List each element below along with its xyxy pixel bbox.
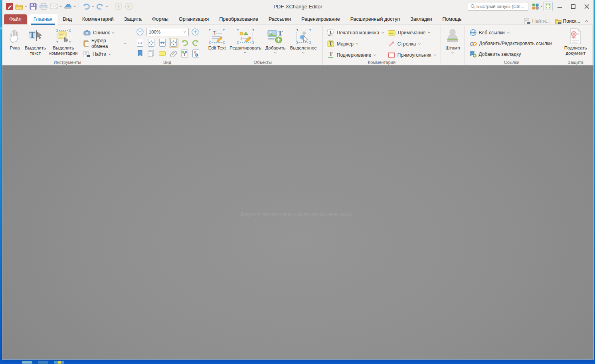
highlight-button[interactable]: T Маркер	[326, 40, 387, 47]
tab-view[interactable]: Вид	[57, 14, 77, 24]
group-protection: Подписать документ Защита	[559, 26, 593, 65]
snapshot-button[interactable]: Снимок	[82, 27, 128, 38]
tab-bar-right: Найти... Поиск...	[524, 18, 592, 24]
tab-organize[interactable]: Организация	[174, 14, 214, 24]
tab-convert[interactable]: Преобразование	[214, 14, 263, 24]
stamp-icon	[445, 28, 460, 45]
fullscreen-button[interactable]	[543, 2, 553, 11]
stamp-button[interactable]: Штамп	[444, 27, 461, 55]
close-button[interactable]	[580, 1, 593, 12]
app-window: PDF-XChange Editor Файл	[2, 0, 594, 360]
stamp-dropdown-icon	[451, 51, 454, 53]
back-button[interactable]	[114, 2, 123, 11]
find-button[interactable]: Найти...	[524, 18, 550, 24]
content-panel-button[interactable]: T	[180, 49, 190, 58]
note-button[interactable]: Примечание	[387, 30, 442, 36]
add-edit-links-button[interactable]: Добавить/Редактировать ссылки	[468, 38, 553, 49]
properties-panel-button[interactable]	[191, 49, 201, 58]
selected-objects-button[interactable]: Выделенное	[288, 27, 319, 55]
actual-size-button[interactable]: 1:1	[135, 38, 145, 47]
zoom-out-button[interactable]	[135, 27, 145, 37]
open-button[interactable]	[14, 2, 24, 11]
bookmark-icon	[138, 50, 142, 57]
quick-launch-input[interactable]	[476, 4, 526, 9]
forward-button[interactable]	[124, 2, 134, 11]
web-links-button[interactable]: Веб-ссылки	[468, 27, 553, 38]
fit-width-button[interactable]	[158, 38, 167, 47]
customize-toolbars-button[interactable]	[531, 2, 540, 11]
group-label-protection: Защита	[559, 60, 592, 65]
select-text-button[interactable]: T Выделить текст	[23, 27, 47, 57]
app-icon[interactable]	[5, 2, 14, 11]
tab-comment[interactable]: Комментарий	[77, 14, 119, 24]
thumbnails-panel-button[interactable]	[146, 49, 156, 58]
tab-accessibility[interactable]: Расширенный доступ	[345, 14, 405, 24]
rectangle-tool-button[interactable]: Прямоугольник	[387, 52, 442, 58]
edit-objects-button[interactable]: T Редактировать	[228, 27, 263, 55]
edit-text-button[interactable]: T Edit Text	[206, 27, 228, 51]
note-dropdown-icon	[428, 31, 430, 34]
zoom-in-button[interactable]	[190, 27, 200, 37]
open-dropdown-icon[interactable]	[25, 5, 27, 7]
quick-launch-search[interactable]	[468, 2, 528, 11]
scan-dropdown-icon[interactable]	[73, 5, 76, 7]
clipboard-icon	[83, 40, 89, 47]
edit-text-icon: T	[210, 28, 224, 45]
email-dropdown-icon[interactable]	[59, 5, 62, 7]
note-icon	[388, 30, 395, 36]
add-objects-dropdown-icon	[274, 51, 277, 53]
group-label-tools: Инструменты	[3, 60, 132, 65]
zoom-level-combo[interactable]: 100%	[146, 28, 189, 36]
select-comments-button[interactable]: Выделить комментарии	[47, 27, 79, 57]
tab-review[interactable]: Рецензирование	[296, 14, 345, 24]
clipboard-button[interactable]: Буфер обмена	[82, 38, 128, 49]
find-tool-button[interactable]: Найти	[82, 49, 128, 59]
collapse-ribbon-button[interactable]	[585, 20, 588, 23]
tab-file[interactable]: Файл	[4, 14, 27, 24]
minimize-button[interactable]	[553, 1, 566, 12]
maximize-button[interactable]	[566, 1, 580, 12]
tab-bookmarks[interactable]: Закладки	[405, 14, 437, 24]
group-label-links: Ссылки	[465, 60, 559, 65]
add-bookmark-button[interactable]: Добавить закладку	[468, 49, 553, 59]
tab-help[interactable]: Помощь	[437, 14, 467, 24]
add-objects-button[interactable]: T Добавить	[263, 27, 288, 55]
bookmarks-panel-button[interactable]	[135, 49, 145, 58]
title-bar-right	[468, 0, 593, 13]
sign-document-icon	[569, 28, 582, 45]
attachments-panel-button[interactable]	[169, 49, 178, 58]
group-label-view: Вид	[132, 60, 203, 65]
highlight-dropdown-icon	[356, 42, 358, 45]
undo-button[interactable]	[81, 2, 91, 11]
comments-panel-button[interactable]	[158, 49, 167, 58]
fit-page-button[interactable]	[146, 38, 156, 47]
rotate-cw-button[interactable]	[191, 38, 201, 47]
tab-home[interactable]: Главная	[28, 14, 58, 24]
sign-document-button[interactable]: Подписать документ	[562, 27, 589, 57]
redo-dropdown-icon[interactable]	[106, 5, 108, 7]
redo-button[interactable]	[95, 2, 105, 11]
fit-visible-button[interactable]	[169, 38, 178, 47]
group-label-objects: Объекты	[203, 60, 322, 65]
web-links-dropdown-icon	[507, 31, 510, 34]
scan-button[interactable]	[63, 2, 73, 11]
customize-dropdown-icon[interactable]	[540, 5, 543, 7]
print-button[interactable]	[39, 2, 48, 11]
hand-icon	[8, 28, 22, 45]
undo-dropdown-icon[interactable]	[92, 5, 94, 7]
underline-button[interactable]: T Подчеркивание	[326, 51, 387, 59]
selected-objects-dropdown-icon	[302, 51, 304, 53]
hand-tool-button[interactable]: Рука	[6, 27, 23, 51]
tab-forms[interactable]: Формы	[147, 14, 174, 24]
svg-text:T: T	[29, 30, 35, 40]
rotate-ccw-button[interactable]	[180, 38, 190, 47]
tab-protect[interactable]: Защита	[119, 14, 147, 24]
tab-share[interactable]: Рассылки	[263, 14, 296, 24]
typewriter-button[interactable]: T Печатная машинка	[326, 29, 387, 36]
search-button[interactable]: Поиск...	[555, 18, 580, 24]
save-button[interactable]	[28, 2, 38, 11]
email-button[interactable]	[49, 2, 59, 11]
document-area[interactable]: Документ можно открыть двойным щелчком з…	[2, 65, 593, 359]
arrow-tool-button[interactable]: Стрелка	[387, 40, 442, 47]
edit-objects-dropdown-icon	[244, 51, 247, 53]
